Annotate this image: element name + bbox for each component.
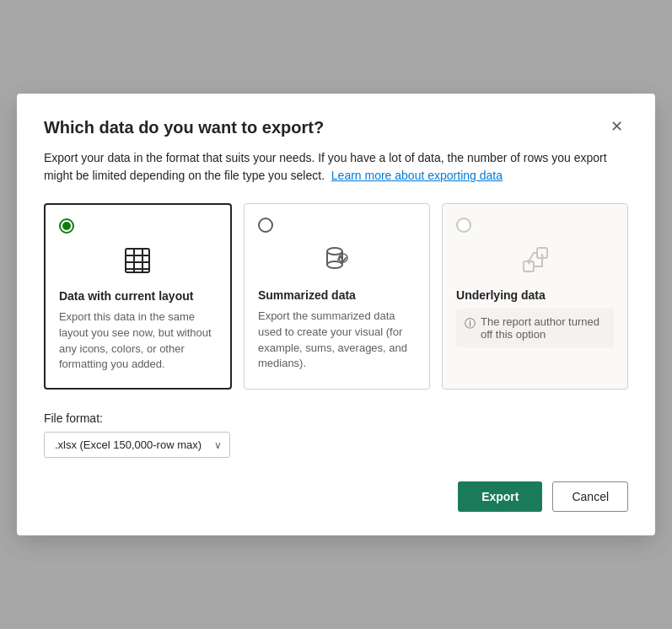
disabled-notice: ⓘ The report author turned off this opti… <box>456 309 614 347</box>
option-desc-summarized: Export the summarized data used to creat… <box>258 309 416 372</box>
radio-underlying <box>456 218 471 233</box>
export-dialog: Which data do you want to export? ✕ Expo… <box>17 94 655 535</box>
radio-row-summarized <box>258 218 416 233</box>
transfer-icon <box>456 241 614 278</box>
option-card-underlying: Underlying data ⓘ The report author turn… <box>442 203 628 390</box>
radio-row-layout <box>59 218 217 234</box>
svg-point-9 <box>327 261 342 268</box>
dialog-overlay: Which data do you want to export? ✕ Expo… <box>0 0 672 629</box>
cancel-button[interactable]: Cancel <box>552 481 628 512</box>
dialog-title: Which data do you want to export? <box>44 117 324 137</box>
option-desc-layout: Export this data in the same layout you … <box>59 309 217 373</box>
dialog-footer: Export Cancel <box>44 481 628 512</box>
info-icon: ⓘ <box>465 316 476 331</box>
dialog-header: Which data do you want to export? ✕ <box>44 117 628 137</box>
svg-point-6 <box>327 248 342 255</box>
option-title-layout: Data with current layout <box>59 289 217 303</box>
radio-summarized[interactable] <box>258 218 273 233</box>
learn-more-link[interactable]: Learn more about exporting data <box>331 169 503 182</box>
svg-marker-14 <box>540 253 544 257</box>
option-title-underlying: Underlying data <box>456 288 614 302</box>
file-format-label: File format: <box>44 411 628 425</box>
file-format-section: File format: .xlsx (Excel 150,000-row ma… <box>44 411 628 458</box>
option-card-layout[interactable]: Data with current layout Export this dat… <box>44 203 232 390</box>
options-row: Data with current layout Export this dat… <box>44 203 628 390</box>
export-button[interactable]: Export <box>458 481 542 512</box>
disabled-notice-text: The report author turned off this option <box>481 315 605 341</box>
file-format-select-wrapper[interactable]: .xlsx (Excel 150,000-row max) <box>44 432 230 458</box>
grid-icon <box>59 242 217 279</box>
option-title-summarized: Summarized data <box>258 288 416 302</box>
radio-row-underlying <box>456 218 614 233</box>
radio-layout[interactable] <box>59 218 74 234</box>
database-icon <box>258 241 416 278</box>
dialog-description: Export your data in the format that suit… <box>44 149 628 185</box>
file-format-select[interactable]: .xlsx (Excel 150,000-row max) <box>44 432 230 458</box>
close-button[interactable]: ✕ <box>605 117 628 136</box>
option-card-summarized[interactable]: Summarized data Export the summarized da… <box>244 203 430 390</box>
